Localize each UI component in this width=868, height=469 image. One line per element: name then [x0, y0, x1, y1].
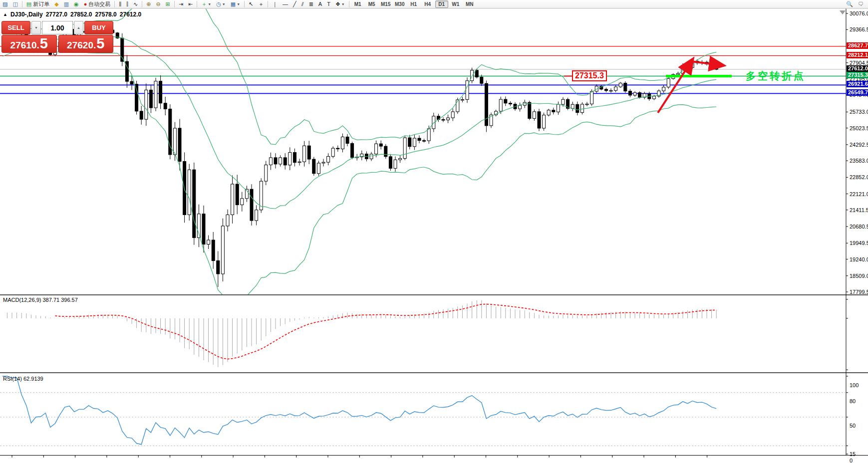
cursor-glyph: ↖ — [249, 1, 253, 7]
toolbar-separator — [114, 1, 115, 7]
metaeditor-icon[interactable]: ◆ — [52, 0, 60, 8]
volume-decrease-button[interactable]: ▼ — [31, 21, 41, 34]
search-icon[interactable]: 🔍 — [844, 0, 855, 8]
price-tick-label: 22852.0 — [850, 174, 868, 180]
arrows-button[interactable]: ❖▼ — [333, 0, 347, 8]
periods-button[interactable]: ◷▼ — [214, 0, 228, 8]
price-tick-label: 21411.5 — [850, 207, 868, 213]
zoom-out-icon[interactable]: ⊖ — [154, 0, 162, 8]
buy-price-dot: . — [93, 40, 96, 51]
chart-window[interactable]: ▲ DJ30-,Daily 27727.0 27852.0 27578.0 27… — [0, 8, 868, 469]
buy-price-button[interactable]: 27620.5 — [58, 35, 114, 53]
price-tick-label: 24292.5 — [850, 142, 868, 148]
arrows-glyph: ❖ — [335, 1, 340, 7]
sell-price-button[interactable]: 27610.5 — [1, 35, 57, 53]
trend-annotations — [564, 10, 846, 113]
chevron-down-icon[interactable]: ▼ — [237, 2, 240, 6]
zoom-in-icon-glyph: ⊕ — [146, 1, 151, 7]
auto-scroll-icon[interactable]: ⇥ — [177, 0, 185, 8]
sell-button[interactable]: SELL — [1, 21, 30, 34]
price-tick-label: 25733.0 — [850, 109, 868, 115]
volume-input[interactable]: 1.00 — [42, 21, 73, 34]
candlestick-chart-icon[interactable]: ⫿ — [124, 0, 130, 8]
price-badge-27315.3: 27315.3 — [847, 72, 868, 78]
vertical-line-button[interactable]: ｜ — [270, 0, 280, 8]
toolbar-separator — [349, 1, 349, 7]
autotrading-button-label: 自动交易 — [88, 0, 110, 8]
pivot-annotation-text: 多空转折点 — [746, 69, 806, 83]
price-tick-label: 17799.5 — [850, 289, 868, 295]
toolbar-separator — [268, 1, 268, 7]
price-tick-label: 19240.0 — [850, 256, 868, 262]
templates-button[interactable]: ▦▼ — [229, 0, 242, 8]
trendline-glyph: ╱ — [293, 1, 296, 7]
timeframe-mn-button[interactable]: MN — [463, 0, 476, 8]
timeframe-m30-button[interactable]: M30 — [393, 0, 406, 8]
price-tick-label: 23583.0 — [850, 158, 868, 164]
rsi-axis-label: 0 — [850, 458, 853, 464]
bar-chart-icon[interactable]: ⫼ — [117, 0, 123, 8]
toolbar-separator — [22, 1, 22, 7]
horizontal-line-button[interactable]: — — [281, 0, 290, 8]
timeframe-m5-button[interactable]: M5 — [365, 0, 378, 8]
sell-price-dot: . — [36, 40, 39, 51]
indicators-glyph: ＋ — [201, 1, 207, 7]
text-button[interactable]: A — [316, 0, 324, 8]
timeframe-w1-button[interactable]: W1 — [449, 0, 462, 8]
tile-windows-icon[interactable]: ⊞ — [164, 0, 172, 8]
tile-windows-icon-glyph: ⊞ — [166, 1, 170, 7]
chart-plot[interactable] — [0, 8, 868, 469]
channel-button[interactable]: ⫽ — [299, 0, 306, 8]
timeframe-m1-button[interactable]: M1 — [351, 0, 364, 8]
auto-scroll-icon-glyph: ⇥ — [179, 1, 183, 7]
timeframe-d1-button[interactable]: D1 — [435, 0, 448, 8]
toolbar-separator — [244, 1, 245, 7]
timeframe-h1-button[interactable]: H1 — [407, 0, 420, 8]
indicators-button[interactable]: ＋▼ — [199, 0, 213, 8]
new-order-button-label: 新订单 — [33, 0, 49, 8]
buy-button[interactable]: BUY — [84, 21, 113, 34]
fibonacci-button[interactable]: ≣ — [307, 0, 315, 8]
macd-histogram — [7, 300, 716, 367]
chat-icon[interactable]: 🗨 — [856, 0, 866, 8]
price-badge-27612.0: 27612.0 — [847, 65, 868, 72]
chevron-down-icon[interactable]: ▼ — [222, 2, 226, 6]
cursor-button[interactable]: ↖ — [247, 0, 255, 8]
timeframe-h4-button[interactable]: H4 — [421, 0, 434, 8]
crosshair-button[interactable]: ＋ — [256, 0, 266, 8]
buy-price-main: 27620 — [67, 40, 93, 51]
chevron-down-icon[interactable]: ▼ — [208, 2, 211, 6]
chart-shift-icon-glyph: ⇤ — [188, 1, 193, 7]
expert-advisors-icon-glyph: ▥ — [64, 1, 69, 7]
volume-increase-button[interactable]: ▲ — [74, 21, 83, 34]
chevron-down-icon[interactable]: ▼ — [341, 2, 345, 6]
zoom-in-icon[interactable]: ⊕ — [144, 0, 153, 8]
expert-advisors-icon[interactable]: ▥ — [62, 0, 71, 8]
macd-signal-line — [55, 304, 716, 359]
macd-values: 387.71 396.57 — [42, 297, 77, 303]
timeframe-m15-button[interactable]: M15 — [379, 0, 392, 8]
new-chart-icon-glyph: ▨ — [2, 1, 7, 7]
text-label-button[interactable]: T — [325, 0, 332, 8]
autotrading-button[interactable]: ●自动交易 — [82, 0, 113, 8]
symbol-list-icon[interactable]: ▲ — [3, 12, 7, 17]
line-chart-icon[interactable]: ∿ — [131, 0, 140, 8]
line-chart-icon-glyph: ∿ — [133, 1, 138, 7]
panel-separators[interactable] — [0, 8, 868, 456]
metaeditor-icon-glyph: ◆ — [54, 1, 58, 7]
periods-glyph: ◷ — [216, 1, 221, 7]
new-order-button[interactable]: ▤新订单 — [24, 0, 51, 8]
main-toolbar: ▨◫▤新订单◆▥◉●自动交易⫼⫿∿⊕⊖⊞⇥⇤＋▼◷▼▦▼↖＋｜—╱⫽≣AT❖▼M… — [0, 0, 868, 8]
signals-icon[interactable]: ◉ — [72, 0, 81, 8]
rsi-line — [2, 376, 716, 445]
trendline-button[interactable]: ╱ — [291, 0, 298, 8]
profiles-icon[interactable]: ◫ — [10, 0, 19, 8]
chart-shift-icon[interactable]: ⇤ — [186, 0, 195, 8]
macd-label: MACD(12,26,9) 387.71 396.57 — [3, 297, 78, 303]
toolbar-separator — [174, 1, 175, 7]
quote-open: 27727.0 — [46, 11, 67, 18]
support-highlight-bar — [666, 75, 732, 77]
quote-high: 27852.0 — [70, 11, 92, 18]
price-badge-26549.7: 26549.7 — [847, 89, 868, 96]
new-chart-icon[interactable]: ▨ — [0, 0, 9, 8]
